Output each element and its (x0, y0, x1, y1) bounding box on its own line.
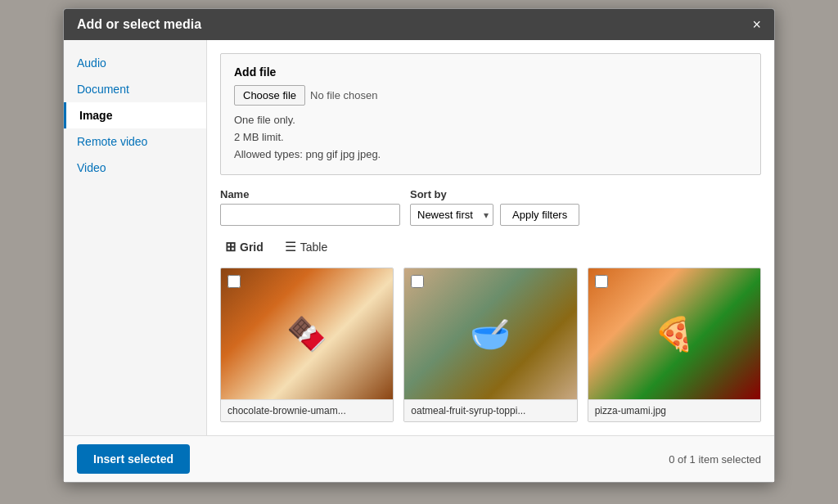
file-info-line2: 2 MB limit. (234, 129, 747, 146)
file-info-line1: One file only. (234, 112, 747, 129)
sidebar-item-remote-video[interactable]: Remote video (64, 128, 206, 155)
name-filter-group: Name (220, 188, 400, 226)
table-label: Table (300, 241, 327, 254)
image-thumb-1: 🍫 (221, 268, 393, 399)
add-file-section: Add file Choose file No file chosen One … (220, 53, 761, 175)
sidebar-item-audio[interactable]: Audio (64, 50, 206, 76)
apply-filters-button[interactable]: Apply filters (500, 204, 579, 226)
image-name-2: oatmeal-fruit-syrup-toppi... (404, 399, 576, 421)
image-card-2[interactable]: 🥣 oatmeal-fruit-syrup-toppi... (403, 268, 577, 422)
sidebar-item-image[interactable]: Image (64, 102, 206, 128)
filters-row: Name Sort by Newest first Oldest first N… (220, 188, 761, 226)
no-file-text: No file chosen (310, 89, 377, 101)
sort-filter-group: Sort by Newest first Oldest first Name A… (410, 188, 579, 226)
table-icon: ☰ (285, 239, 296, 254)
selection-count: 0 of 1 item selected (669, 453, 761, 466)
sort-select-container: Newest first Oldest first Name A-Z Name … (410, 204, 493, 226)
modal-title: Add or select media (77, 17, 201, 32)
modal-overlay: Add or select media × Audio Document Ima… (0, 0, 838, 504)
image-checkbox-3[interactable] (595, 275, 608, 288)
file-info-line3: Allowed types: png gif jpg jpeg. (234, 146, 747, 164)
grid-icon: ⊞ (225, 239, 236, 254)
sort-filter-label: Sort by (410, 188, 579, 200)
modal-sidebar: Audio Document Image Remote video Video (64, 40, 207, 435)
choose-file-button[interactable]: Choose file (234, 85, 305, 106)
modal-footer: Insert selected 0 of 1 item selected (64, 435, 774, 482)
image-checkbox-1[interactable] (228, 275, 241, 288)
sidebar-item-video[interactable]: Video (64, 155, 206, 181)
image-card-3[interactable]: 🍕 pizza-umami.jpg (588, 268, 761, 422)
image-thumb-2: 🥣 (404, 268, 576, 399)
modal-header: Add or select media × (64, 9, 774, 40)
modal-dialog: Add or select media × Audio Document Ima… (63, 8, 775, 483)
table-view-button[interactable]: ☰ Table (280, 236, 332, 258)
image-name-3: pizza-umami.jpg (588, 399, 760, 421)
image-grid: 🍫 chocolate-brownie-umam... 🥣 oatmeal-fr… (220, 268, 761, 422)
sidebar-item-document[interactable]: Document (64, 76, 206, 102)
name-filter-label: Name (220, 188, 400, 200)
file-info: One file only. 2 MB limit. Allowed types… (234, 112, 747, 163)
grid-view-button[interactable]: ⊞ Grid (220, 236, 268, 258)
image-checkbox-2[interactable] (411, 275, 424, 288)
view-toggle: ⊞ Grid ☰ Table (220, 236, 761, 258)
modal-main-content: Add file Choose file No file chosen One … (207, 40, 774, 435)
modal-close-button[interactable]: × (752, 17, 761, 32)
insert-selected-button[interactable]: Insert selected (77, 444, 190, 474)
image-card-1[interactable]: 🍫 chocolate-brownie-umam... (220, 268, 394, 422)
sort-select[interactable]: Newest first Oldest first Name A-Z Name … (410, 204, 493, 226)
image-name-1: chocolate-brownie-umam... (221, 399, 393, 421)
add-file-label: Add file (234, 65, 747, 79)
image-thumb-3: 🍕 (588, 268, 760, 399)
modal-body: Audio Document Image Remote video Video (64, 40, 774, 435)
file-input-row: Choose file No file chosen (234, 85, 747, 106)
name-filter-input[interactable] (220, 204, 400, 226)
grid-label: Grid (240, 241, 264, 254)
